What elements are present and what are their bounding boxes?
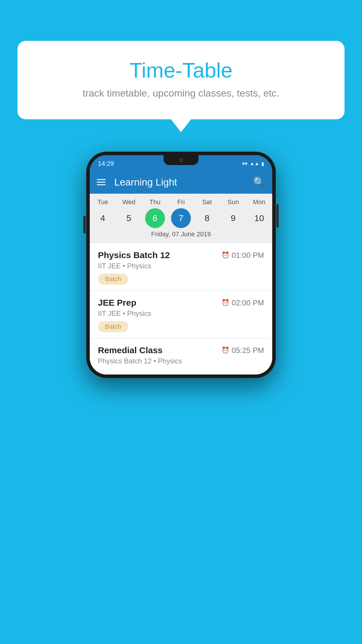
status-time: 14:29 [98,160,114,167]
item-subtitle-3: Physics Batch 12 • Physics [98,357,264,365]
tooltip-subtitle: track timetable, upcoming classes, tests… [32,88,330,99]
schedule-list: Physics Batch 12 ⏰ 01:00 PM IIT JEE • Ph… [90,243,272,374]
item-header-3: Remedial Class ⏰ 05:25 PM [98,345,264,355]
wifi-icon: ▾▾ [242,160,247,167]
clock-icon-1: ⏰ [222,251,229,259]
clock-icon-2: ⏰ [222,299,229,307]
day-5[interactable]: 5 [119,208,139,228]
day-10[interactable]: 10 [249,208,269,228]
item-title-2: JEE Prep [98,298,136,308]
phone-outer: 14:29 ▾▾ ▲▲ ▮ Learning Light 🔍 [86,152,276,378]
day-header-mon: Mon [247,198,271,206]
date-label: Friday, 07 June 2019 [90,230,272,240]
hamburger-menu[interactable] [97,179,106,185]
schedule-item-2[interactable]: JEE Prep ⏰ 02:00 PM IIT JEE • Physics Ba… [90,291,272,338]
day-9[interactable]: 9 [223,208,243,228]
app-title: Learning Light [114,176,247,188]
camera-dot [179,158,183,162]
day-header-sun: Sun [222,198,245,206]
clock-icon-3: ⏰ [222,346,229,354]
day-header-fri: Fri [169,198,193,206]
day-4[interactable]: 4 [93,208,113,228]
item-title-1: Physics Batch 12 [98,250,170,260]
item-subtitle-1: IIT JEE • Physics [98,262,264,270]
phone-notch [164,155,198,165]
day-6-today[interactable]: 6 [145,208,165,228]
batch-badge-2: Batch [98,321,128,332]
search-icon[interactable]: 🔍 [253,176,265,188]
battery-icon: ▮ [261,161,264,167]
schedule-item-1[interactable]: Physics Batch 12 ⏰ 01:00 PM IIT JEE • Ph… [90,243,272,291]
app-bar: Learning Light 🔍 [90,170,272,194]
phone-mockup: 14:29 ▾▾ ▲▲ ▮ Learning Light 🔍 [86,152,276,378]
item-time-2: ⏰ 02:00 PM [222,298,264,307]
item-time-1: ⏰ 01:00 PM [222,251,264,260]
batch-badge-1: Batch [98,274,128,285]
calendar-strip: Tue Wed Thu Fri Sat Sun Mon 4 5 6 7 8 9 … [90,194,272,243]
day-header-sat: Sat [195,198,219,206]
item-header-1: Physics Batch 12 ⏰ 01:00 PM [98,250,264,260]
item-subtitle-2: IIT JEE • Physics [98,309,264,318]
tooltip-card: Time-Table track timetable, upcoming cla… [17,41,345,119]
signal-icon: ▲▲ [250,161,259,166]
tooltip-title: Time-Table [32,58,330,82]
day-8[interactable]: 8 [197,208,217,228]
item-header-2: JEE Prep ⏰ 02:00 PM [98,298,264,308]
day-header-tue: Tue [91,198,115,206]
day-header-wed: Wed [117,198,140,206]
item-time-3: ⏰ 05:25 PM [222,346,264,355]
status-icons: ▾▾ ▲▲ ▮ [242,160,264,167]
day-numbers: 4 5 6 7 8 9 10 [90,208,272,228]
schedule-item-3[interactable]: Remedial Class ⏰ 05:25 PM Physics Batch … [90,338,272,374]
item-title-3: Remedial Class [98,345,163,355]
day-headers: Tue Wed Thu Fri Sat Sun Mon [90,198,272,206]
day-header-thu: Thu [143,198,167,206]
day-7-selected[interactable]: 7 [171,208,191,228]
phone-inner: 14:29 ▾▾ ▲▲ ▮ Learning Light 🔍 [90,155,272,374]
